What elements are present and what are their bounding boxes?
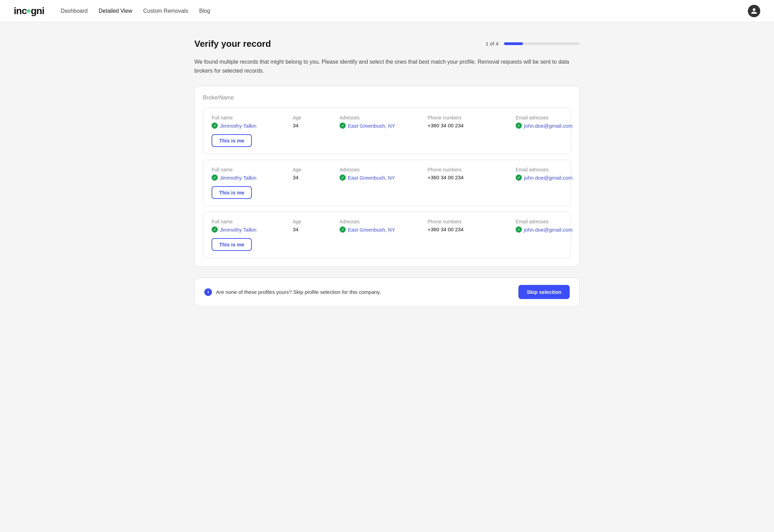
field-age: Age 34 [293,167,334,181]
field-age: Age 34 [293,115,334,129]
record-row: Full name Jimmothy Talkin Age 34 Adresse… [203,212,571,258]
email-value: john.doe@gmail.com [516,174,572,181]
check-icon [212,123,218,129]
page-title: Verify your record [194,39,271,49]
this-is-me-button[interactable]: This is me [212,238,252,251]
bottom-banner: i Are none of these profiles yours? Skip… [194,278,580,306]
progress-bar-container [504,42,580,45]
addresses-label: Adresses [340,115,422,120]
field-phone: Phone numbers +360 34 00 234 [428,167,510,181]
addresses-label: Adresses [340,167,422,172]
phone-value: +360 34 00 234 [428,226,510,232]
broker-name: BrokerName [203,95,571,101]
record-fields: Full name Jimmothy Talkin Age 34 Adresse… [212,167,562,181]
addresses-label: Adresses [340,219,422,224]
field-full-name: Full name Jimmothy Talkin [212,115,287,129]
phone-label: Phone numbers [428,219,510,224]
record-row: Full name Jimmothy Talkin Age 34 Adresse… [203,108,571,154]
email-label: Email adresses [516,167,572,172]
field-full-name: Full name Jimmothy Talkin [212,167,287,181]
field-phone: Phone numbers +360 34 00 234 [428,115,510,129]
field-phone: Phone numbers +360 34 00 234 [428,219,510,233]
age-value: 34 [293,226,334,232]
phone-value: +360 34 00 234 [428,174,510,180]
nav-link-dashboard[interactable]: Dashboard [61,8,87,14]
field-address: Adresses East Greenbush, NY [340,219,422,233]
full-name-label: Full name [212,167,287,172]
check-icon [516,226,522,233]
logo: incgni [14,6,44,17]
full-name-label: Full name [212,219,287,224]
phone-value: +360 34 00 234 [428,123,510,128]
nav-links: Dashboard Detailed View Custom Removals … [61,8,748,14]
full-name-value: Jimmothy Talkin [212,174,287,181]
page-header: Verify your record 1 of 4 [194,39,580,49]
field-age: Age 34 [293,219,334,233]
full-name-label: Full name [212,115,287,120]
address-value: East Greenbush, NY [340,226,422,233]
record-fields: Full name Jimmothy Talkin Age 34 Adresse… [212,219,562,233]
check-icon [516,123,522,129]
user-avatar[interactable] [748,5,760,17]
email-label: Email adresses [516,115,572,120]
age-label: Age [293,167,334,172]
this-is-me-button[interactable]: This is me [212,186,252,199]
page-subtitle: We found multiple records that might bel… [194,57,580,75]
age-label: Age [293,115,334,120]
email-value: john.doe@gmail.com [516,226,572,233]
full-name-value: Jimmothy Talkin [212,226,287,233]
field-email: Email adresses john.doe@gmail.com [516,219,572,233]
phone-label: Phone numbers [428,167,510,172]
phone-label: Phone numbers [428,115,510,120]
progress-bar-fill [504,42,523,45]
field-address: Adresses East Greenbush, NY [340,167,422,181]
field-email: Email adresses john.doe@gmail.com [516,115,572,129]
age-label: Age [293,219,334,224]
email-value: john.doe@gmail.com [516,123,572,129]
field-address: Adresses East Greenbush, NY [340,115,422,129]
progress-area: 1 of 4 [485,41,580,46]
this-is-me-button[interactable]: This is me [212,134,252,147]
email-label: Email adresses [516,219,572,224]
nav-link-detailed-view[interactable]: Detailed View [99,8,132,14]
age-value: 34 [293,174,334,180]
nav-link-blog[interactable]: Blog [199,8,210,14]
skip-selection-button[interactable]: Skip selection [518,285,570,299]
broker-card: BrokerName Full name Jimmothy Talkin Age… [194,86,580,267]
info-icon: i [204,288,212,296]
field-full-name: Full name Jimmothy Talkin [212,219,287,233]
banner-left: i Are none of these profiles yours? Skip… [204,288,381,296]
check-icon [212,174,218,181]
address-value: East Greenbush, NY [340,123,422,129]
banner-text: Are none of these profiles yours? Skip p… [216,289,381,295]
address-value: East Greenbush, NY [340,174,422,181]
field-email: Email adresses john.doe@gmail.com [516,167,572,181]
full-name-value: Jimmothy Talkin [212,123,287,129]
age-value: 34 [293,123,334,128]
progress-label: 1 of 4 [485,41,498,46]
check-icon [340,226,346,233]
record-fields: Full name Jimmothy Talkin Age 34 Adresse… [212,115,562,129]
check-icon [340,174,346,181]
navbar: incgni Dashboard Detailed View Custom Re… [0,0,774,22]
nav-link-custom-removals[interactable]: Custom Removals [143,8,188,14]
main-content: Verify your record 1 of 4 We found multi… [181,22,593,348]
record-row: Full name Jimmothy Talkin Age 34 Adresse… [203,160,571,206]
check-icon [516,174,522,181]
check-icon [212,226,218,233]
check-icon [340,123,346,129]
